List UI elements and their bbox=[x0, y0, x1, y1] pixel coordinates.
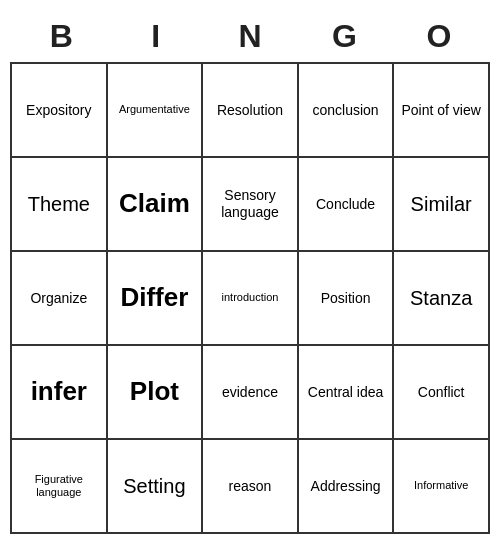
bingo-cell-3-3: Central idea bbox=[299, 346, 395, 438]
bingo-grid: ExpositoryArgumentativeResolutionconclus… bbox=[10, 62, 490, 534]
bingo-letter-b: B bbox=[14, 18, 108, 55]
bingo-cell-text-0-1: Argumentative bbox=[119, 103, 190, 116]
bingo-cell-text-1-0: Theme bbox=[28, 192, 90, 216]
bingo-cell-1-4: Similar bbox=[394, 158, 490, 250]
bingo-cell-text-4-1: Setting bbox=[123, 474, 185, 498]
bingo-letter-o: O bbox=[392, 18, 486, 55]
bingo-cell-4-1: Setting bbox=[108, 440, 204, 532]
bingo-cell-text-2-0: Organize bbox=[30, 290, 87, 307]
bingo-cell-2-1: Differ bbox=[108, 252, 204, 344]
bingo-cell-text-2-3: Position bbox=[321, 290, 371, 307]
bingo-cell-4-3: Addressing bbox=[299, 440, 395, 532]
bingo-header: BINGO bbox=[10, 10, 490, 62]
bingo-cell-text-0-3: conclusion bbox=[313, 102, 379, 119]
bingo-cell-text-1-3: Conclude bbox=[316, 196, 375, 213]
bingo-cell-1-2: Sensory language bbox=[203, 158, 299, 250]
bingo-cell-text-3-1: Plot bbox=[130, 376, 179, 407]
bingo-cell-3-2: evidence bbox=[203, 346, 299, 438]
bingo-cell-text-0-0: Expository bbox=[26, 102, 91, 119]
bingo-cell-text-2-4: Stanza bbox=[410, 286, 472, 310]
bingo-cell-text-3-4: Conflict bbox=[418, 384, 465, 401]
bingo-cell-1-1: Claim bbox=[108, 158, 204, 250]
bingo-cell-1-3: Conclude bbox=[299, 158, 395, 250]
bingo-cell-0-2: Resolution bbox=[203, 64, 299, 156]
bingo-row-2: OrganizeDifferintroductionPositionStanza bbox=[12, 252, 490, 346]
bingo-cell-text-1-1: Claim bbox=[119, 188, 190, 219]
bingo-row-0: ExpositoryArgumentativeResolutionconclus… bbox=[12, 64, 490, 158]
bingo-cell-2-0: Organize bbox=[12, 252, 108, 344]
bingo-cell-2-3: Position bbox=[299, 252, 395, 344]
bingo-cell-2-4: Stanza bbox=[394, 252, 490, 344]
bingo-cell-0-1: Argumentative bbox=[108, 64, 204, 156]
bingo-card: BINGO ExpositoryArgumentativeResolutionc… bbox=[10, 10, 490, 534]
bingo-cell-3-4: Conflict bbox=[394, 346, 490, 438]
bingo-cell-text-3-0: infer bbox=[31, 376, 87, 407]
bingo-row-1: ThemeClaimSensory languageConcludeSimila… bbox=[12, 158, 490, 252]
bingo-cell-text-4-0: Figurative language bbox=[16, 473, 102, 499]
bingo-letter-i: I bbox=[108, 18, 202, 55]
bingo-row-3: inferPlotevidenceCentral ideaConflict bbox=[12, 346, 490, 440]
bingo-cell-text-1-2: Sensory language bbox=[207, 187, 293, 221]
bingo-cell-text-4-4: Informative bbox=[414, 479, 468, 492]
bingo-cell-4-0: Figurative language bbox=[12, 440, 108, 532]
bingo-cell-2-2: introduction bbox=[203, 252, 299, 344]
bingo-cell-3-1: Plot bbox=[108, 346, 204, 438]
bingo-cell-1-0: Theme bbox=[12, 158, 108, 250]
bingo-cell-4-4: Informative bbox=[394, 440, 490, 532]
bingo-cell-text-2-2: introduction bbox=[222, 291, 279, 304]
bingo-cell-text-0-2: Resolution bbox=[217, 102, 283, 119]
bingo-cell-text-3-3: Central idea bbox=[308, 384, 384, 401]
bingo-row-4: Figurative languageSettingreasonAddressi… bbox=[12, 440, 490, 534]
bingo-letter-n: N bbox=[203, 18, 297, 55]
bingo-cell-text-4-2: reason bbox=[229, 478, 272, 495]
bingo-cell-text-1-4: Similar bbox=[411, 192, 472, 216]
bingo-cell-3-0: infer bbox=[12, 346, 108, 438]
bingo-cell-0-3: conclusion bbox=[299, 64, 395, 156]
bingo-cell-text-3-2: evidence bbox=[222, 384, 278, 401]
bingo-letter-g: G bbox=[297, 18, 391, 55]
bingo-cell-0-0: Expository bbox=[12, 64, 108, 156]
bingo-cell-text-2-1: Differ bbox=[120, 282, 188, 313]
bingo-cell-text-0-4: Point of view bbox=[401, 102, 480, 119]
bingo-cell-0-4: Point of view bbox=[394, 64, 490, 156]
bingo-cell-text-4-3: Addressing bbox=[311, 478, 381, 495]
bingo-cell-4-2: reason bbox=[203, 440, 299, 532]
